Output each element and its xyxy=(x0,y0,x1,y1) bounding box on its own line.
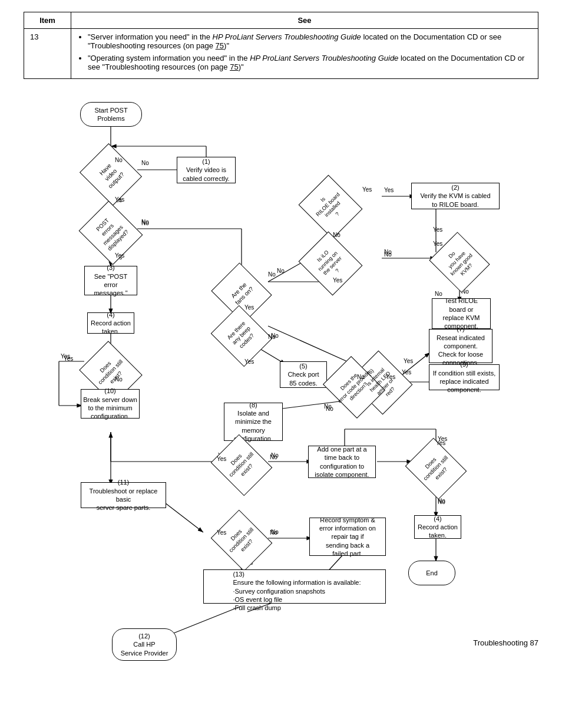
table-header-item: Item xyxy=(24,12,71,29)
post-errors-diamond: POSTerrorsmessagesdisplayed? xyxy=(82,209,138,257)
footer-text: Troubleshooting 87 xyxy=(473,638,538,647)
svg-line-74 xyxy=(168,606,242,635)
does-condition-c-diamond: Doescondition stillexist? xyxy=(214,518,269,564)
label-no-kvm: No xyxy=(435,291,442,297)
label-yes-beep: Yes xyxy=(244,358,254,365)
info-table: Item See 13 "Server information you need… xyxy=(24,12,538,79)
have-video-diamond: Havevideooutput? xyxy=(84,151,137,198)
label-yes-see: Yes xyxy=(115,252,124,259)
svg-line-67 xyxy=(165,503,203,532)
is-ilo-diamond: Is iLOrunning onthe server? xyxy=(302,239,358,288)
troubleshoot-rect: (11)Troubleshoot or replace basicserver … xyxy=(81,482,166,508)
page-container: Item See 13 "Server information you need… xyxy=(0,0,562,659)
label-no-cond-b: No xyxy=(270,454,277,460)
table-header-see: See xyxy=(71,12,538,29)
label-yes-cond-b: Yes xyxy=(217,456,226,462)
break-server-rect: (10)Break server downto the minimumconfi… xyxy=(81,389,140,419)
table-bullet-2: "Operating system information you need" … xyxy=(88,54,532,71)
start-node: Start POSTProblems xyxy=(80,102,142,127)
verify-video-rect: (1)Verify video iscabled correctly. xyxy=(177,157,236,183)
label-no-cond-c: No xyxy=(270,529,277,536)
svg-text:No: No xyxy=(277,268,285,274)
is-riloe-diamond: IsRILOE boardinstalled? xyxy=(302,183,358,231)
label-no-beep: No xyxy=(268,334,276,340)
flowchart: No Yes No Yes No Yes xyxy=(24,93,538,647)
label-yes-cond: Yes xyxy=(64,355,73,362)
call-hp-oval: (12)Call HPService Provider xyxy=(112,628,177,661)
verify-kvm-rect: (2)Verify the KVM is cabledto RILOE boar… xyxy=(411,183,500,209)
label-no-err: No xyxy=(326,406,333,412)
reseat-rect: (7)Reseat indicatedcomponent.Check for l… xyxy=(429,329,492,363)
label-no-ilo: No xyxy=(384,251,392,258)
page-footer: Troubleshooting 87 xyxy=(473,638,538,647)
label-no-cond-d: No xyxy=(438,499,445,505)
record-symptom-rect: Record symptom &error information onrepa… xyxy=(309,518,386,556)
svg-line-41 xyxy=(268,326,353,364)
label-yes-cond-c: Yes xyxy=(217,529,226,536)
svg-text:Yes: Yes xyxy=(384,187,394,193)
record-action-4b-rect: (4)Record actiontaken. xyxy=(414,515,461,539)
label-no-fans: No xyxy=(268,271,276,278)
check-port-rect: (5)Check port85 codes. xyxy=(280,361,327,388)
isolate-rect: (8)Isolate andminimize thememoryconfigur… xyxy=(224,403,283,441)
does-condition-d-diamond: Doescondition stillexist? xyxy=(408,446,463,492)
replace-rect: (9)If condition still exists,replace ind… xyxy=(429,364,500,390)
does-condition-b-diamond: Doescondition stillexist? xyxy=(214,442,269,488)
table-bullet-1: "Server information you need" in the HP … xyxy=(88,32,532,50)
end-oval: End xyxy=(408,561,455,585)
beep-codes-diamond: Are thereany beepcodes? xyxy=(214,313,269,359)
see-post-rect: (3)See "POSTerrormessages." xyxy=(84,266,137,295)
table-row-content: "Server information you need" in the HP … xyxy=(71,29,538,79)
label-yes-riloe: Yes xyxy=(362,186,372,193)
svg-text:Yes: Yes xyxy=(433,226,442,233)
table-row-item: 13 xyxy=(24,29,71,79)
add-part-rect: Add one part at atime back toconfigurati… xyxy=(308,446,376,478)
svg-text:No: No xyxy=(141,160,149,166)
ensure-info-rect: (13)Ensure the following information is … xyxy=(203,569,386,604)
test-riloe-rect: Test RILOEboard orreplace KVMcomponent. xyxy=(432,298,491,329)
label-no-post: No xyxy=(141,220,149,226)
label-yes-kvm: Yes xyxy=(433,241,442,247)
record-action-4a-rect: (4)Record actiontaken. xyxy=(87,312,134,334)
